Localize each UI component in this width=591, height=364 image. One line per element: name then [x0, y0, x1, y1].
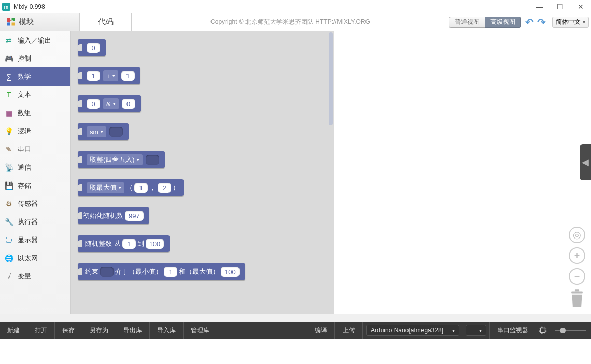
sidebar-item-array[interactable]: ▦数组: [0, 104, 70, 122]
board-select[interactable]: Arduino Nano[atmega328]: [366, 325, 459, 336]
sidebar-item-variable[interactable]: √变量: [0, 267, 70, 285]
exportlib-button[interactable]: 导出库: [116, 322, 150, 339]
block-round[interactable]: 取整(四舍五入): [78, 151, 165, 168]
variable-icon: √: [4, 272, 13, 281]
titlebar: m Mixly 0.998 — ☐ ✕: [0, 0, 591, 13]
sidebar-item-serial[interactable]: ✎串口: [0, 140, 70, 158]
minimize-button[interactable]: —: [529, 0, 550, 13]
block-arithmetic[interactable]: 1 + 1: [78, 67, 140, 84]
storage-icon: 💾: [4, 181, 13, 190]
block-max[interactable]: 取最大值 （ 1 ， 2 ）: [78, 179, 184, 196]
block-bitwise[interactable]: 0 & 0: [78, 95, 141, 112]
bottom-bar: 新建 打开 保存 另存为 导出库 导入库 管理库 编译 上传 Arduino N…: [0, 322, 591, 339]
display-icon: 🖵: [4, 235, 13, 245]
toolbar: 模块 代码 Copyright © 北京师范大学米思齐团队 HTTP://MIX…: [0, 13, 591, 31]
sidebar-item-display[interactable]: 🖵显示器: [0, 231, 70, 249]
logic-icon: 💡: [4, 127, 13, 136]
control-icon: 🎮: [4, 54, 13, 63]
chip-icon: [538, 326, 547, 335]
array-icon: ▦: [4, 108, 13, 118]
block-constrain[interactable]: 约束 介于（最小值） 1 和（最大值） 100: [78, 263, 245, 280]
sensor-icon: ⚙: [4, 199, 13, 208]
sidebar-item-control[interactable]: 🎮控制: [0, 49, 70, 67]
compile-button[interactable]: 编译: [307, 322, 335, 339]
comm-icon: 📡: [4, 163, 13, 172]
sidebar-item-math[interactable]: ∑数学: [0, 67, 70, 86]
open-button[interactable]: 打开: [27, 322, 55, 339]
advanced-view-button[interactable]: 高级视图: [485, 17, 521, 28]
bitop-dropdown[interactable]: &: [103, 98, 119, 109]
op-dropdown[interactable]: +: [103, 70, 118, 81]
sidebar-item-text[interactable]: T文本: [0, 86, 70, 104]
sidebar-item-storage[interactable]: 💾存储: [0, 176, 70, 194]
trash-icon[interactable]: [568, 289, 586, 309]
text-icon: T: [4, 90, 13, 100]
side-handle[interactable]: ◀: [580, 144, 591, 180]
managelib-button[interactable]: 管理库: [184, 322, 217, 339]
copyright-text: Copyright © 北京师范大学米思齐团队 HTTP://MIXLY.ORG: [132, 18, 449, 26]
normal-view-button[interactable]: 普通视图: [449, 17, 485, 28]
flyout-scrollbar[interactable]: [329, 32, 333, 125]
sidebar-item-io[interactable]: ⇄输入／输出: [0, 31, 70, 49]
language-select[interactable]: 简体中文: [552, 17, 589, 28]
svg-rect-0: [571, 291, 583, 293]
ethernet-icon: 🌐: [4, 254, 13, 263]
category-sidebar: ⇄输入／输出 🎮控制 ∑数学 T文本 ▦数组 💡逻辑 ✎串口 📡通信 💾存储 ⚙…: [0, 31, 71, 314]
zoom-in-button[interactable]: +: [569, 247, 585, 264]
app-logo-icon: m: [2, 3, 10, 11]
trig-dropdown[interactable]: sin: [87, 126, 106, 137]
sidebar-item-logic[interactable]: 💡逻辑: [0, 122, 70, 140]
serial-icon: ✎: [4, 145, 13, 154]
block-trig[interactable]: sin: [78, 123, 129, 140]
actuator-icon: 🔧: [4, 217, 13, 227]
monitor-button[interactable]: 串口监视器: [489, 322, 536, 339]
block-random-int[interactable]: 随机整数 从 1 到 100: [78, 235, 170, 252]
max-dropdown[interactable]: 取最大值: [87, 182, 124, 193]
saveas-button[interactable]: 另存为: [82, 322, 116, 339]
sidebar-item-sensor[interactable]: ⚙传感器: [0, 194, 70, 213]
undo-button[interactable]: ↶: [525, 16, 534, 29]
svg-rect-1: [575, 289, 579, 291]
tab-blocks[interactable]: 模块: [0, 13, 80, 31]
sidebar-item-ethernet[interactable]: 🌐以太网: [0, 249, 70, 267]
block-flyout: 0 1 + 1 0 & 0 sin 取整(四舍五入) 取最大值 （ 1 ， 2 …: [71, 31, 334, 314]
constrain-value-slot[interactable]: [100, 267, 114, 277]
zoom-out-button[interactable]: −: [569, 268, 585, 285]
tab-code[interactable]: 代码: [80, 13, 132, 31]
close-button[interactable]: ✕: [570, 0, 591, 13]
block-init-random[interactable]: 初始化随机数 997: [78, 207, 149, 224]
workspace[interactable]: ◀ ◎ + −: [334, 31, 591, 314]
math-icon: ∑: [4, 72, 13, 81]
save-button[interactable]: 保存: [55, 322, 82, 339]
redo-button[interactable]: ↷: [537, 16, 546, 29]
trig-input-slot[interactable]: [109, 127, 123, 137]
zoom-slider[interactable]: [555, 330, 586, 331]
sidebar-item-comm[interactable]: 📡通信: [0, 158, 70, 176]
hscroll-track[interactable]: [0, 314, 591, 322]
new-button[interactable]: 新建: [0, 322, 27, 339]
upload-button[interactable]: 上传: [335, 322, 363, 339]
port-select[interactable]: [466, 325, 486, 336]
puzzle-icon: [6, 17, 16, 26]
round-input-slot[interactable]: [146, 155, 159, 165]
center-button[interactable]: ◎: [569, 227, 585, 243]
round-dropdown[interactable]: 取整(四舍五入): [87, 154, 143, 165]
sidebar-item-actuator[interactable]: 🔧执行器: [0, 213, 70, 231]
window-title: Mixly 0.998: [13, 3, 45, 10]
maximize-button[interactable]: ☐: [550, 0, 570, 13]
importlib-button[interactable]: 导入库: [150, 322, 184, 339]
io-icon: ⇄: [4, 36, 13, 45]
svg-rect-2: [541, 328, 545, 333]
block-number[interactable]: 0: [78, 39, 106, 56]
